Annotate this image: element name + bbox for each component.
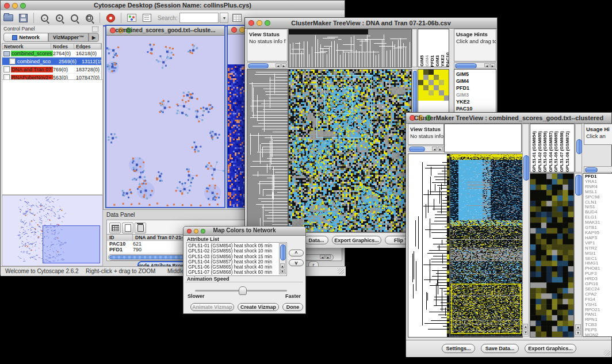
treeview1-title-bar[interactable]: ClusterMaker TreeView : DNA and Tran 07-… <box>245 18 497 29</box>
zoom-heatmap[interactable] <box>530 173 574 338</box>
main-title-bar[interactable]: Cytoscape Desktop (Session Name: collins… <box>1 1 345 11</box>
scroll-up-arrow[interactable]: ▲ <box>575 324 581 329</box>
scrollbar-thumb[interactable] <box>248 63 269 68</box>
column-dendrogram[interactable] <box>288 29 412 68</box>
window-resize-grip[interactable] <box>338 268 344 274</box>
tab-network[interactable]: Network <box>3 33 48 42</box>
scroll-left-arrow[interactable]: ◄ <box>276 63 281 67</box>
zoom-vscrollbar[interactable]: ▲ ▼ <box>574 173 582 337</box>
scroll-up-arrow[interactable]: ▲ <box>523 324 528 329</box>
animate-vizmap-button[interactable]: Animate Vizmap <box>190 303 234 311</box>
zoom-selected-button[interactable] <box>68 13 80 23</box>
usage-hints-hscrollbar[interactable]: ◄ ► <box>454 62 496 68</box>
column-nodes[interactable]: Nodes <box>51 44 74 49</box>
table-row-selected[interactable]: combined_sco 2569(6) 13112(15) <box>2 58 101 66</box>
open-session-button[interactable] <box>2 13 14 23</box>
attribute-item[interactable]: GPL51-07 (GSM868) heat shock 60 min <box>188 270 278 275</box>
zoom-out-button[interactable]: - <box>39 13 50 23</box>
tab-overflow-button[interactable]: ▶ <box>89 33 99 42</box>
attribute-item[interactable]: GPL51-03 (GSM856) heat shock 15 min <box>188 254 278 259</box>
export-graphics-button[interactable]: Export Graphics... <box>332 236 381 244</box>
scroll-down-arrow[interactable]: ▼ <box>523 329 528 335</box>
move-down-button[interactable]: v <box>289 259 304 266</box>
scrollbar-thumb[interactable] <box>409 147 425 152</box>
attribute-item[interactable]: GPL51-06 (GSM865) heat shock 40 min <box>188 265 278 270</box>
column-dendrogram-empty[interactable] <box>444 124 522 152</box>
scroll-left-arrow[interactable]: ◄ <box>484 63 489 67</box>
scroll-down-arrow[interactable]: ▼ <box>280 269 285 273</box>
row-dendrogram[interactable] <box>247 69 288 232</box>
scrollbar-thumb[interactable] <box>280 244 286 260</box>
scroll-right-arrow[interactable]: ► <box>281 63 286 67</box>
close-button[interactable] <box>231 27 237 33</box>
treeview2-title-bar[interactable]: ClusterMaker TreeView : combined_scores_… <box>406 113 611 124</box>
row-dendrogram[interactable] <box>408 154 450 338</box>
search-dropdown-button[interactable]: ▼ <box>220 13 228 23</box>
control-panel: Control Panel Network VizMapper™ ▶ Netwo… <box>1 25 104 266</box>
search-input[interactable] <box>179 13 219 23</box>
column-edges[interactable]: Edges <box>74 44 101 49</box>
dialog-title-bar[interactable]: Map Colors to Network <box>183 227 305 236</box>
heatmap[interactable] <box>288 69 412 232</box>
zoom-fit-button[interactable] <box>83 13 95 23</box>
slider-thumb[interactable] <box>239 286 247 295</box>
done-button[interactable]: Done <box>282 303 303 311</box>
column-label: GIM5 <box>419 55 424 67</box>
scroll-up-arrow[interactable]: ▲ <box>280 263 285 268</box>
column-label: GPL51-08 (GSM872) <box>565 131 571 172</box>
delete-attribute-button[interactable] <box>135 223 146 233</box>
settings-button[interactable]: Settings... <box>442 344 475 353</box>
scroll-right-arrow[interactable]: ► <box>438 147 443 151</box>
dendrogram-vscrollbar[interactable] <box>412 29 417 67</box>
float-panel-icon[interactable] <box>92 26 98 32</box>
scrollbar-thumb[interactable] <box>575 175 582 196</box>
scroll-right-arrow[interactable]: ► <box>490 63 495 67</box>
birdseye-canvas[interactable] <box>2 196 101 265</box>
view-status-hscrollbar[interactable]: ◄ ► <box>408 145 444 152</box>
toolbar-separator <box>100 13 100 23</box>
attribute-item[interactable]: GPL51-01 (GSM854) heat shock 05 min <box>188 243 278 248</box>
save-data-button[interactable]: Data... <box>304 236 328 244</box>
move-up-button[interactable]: ^ <box>289 250 304 256</box>
zoom-in-button[interactable]: + <box>53 13 65 23</box>
attribute-item[interactable]: GPL51-04 (GSM857) heat shock 20 min <box>188 259 278 265</box>
scrollbar-thumb[interactable] <box>576 139 582 154</box>
scrollbar-thumb[interactable] <box>455 63 477 68</box>
table-row[interactable]: combined_scores 2764(0) 16218(0) <box>2 49 101 58</box>
attribute-item[interactable]: GPL51-02 (GSM855) heat shock 10 min <box>188 248 278 254</box>
tab-vizmapper[interactable]: VizMapper™ <box>48 33 89 42</box>
help-button[interactable] <box>105 13 116 23</box>
heatmap[interactable] <box>450 154 523 338</box>
column-network[interactable]: Network <box>2 44 51 49</box>
matrix-cell <box>439 90 444 95</box>
scroll-down-arrow[interactable]: ▼ <box>575 330 581 335</box>
scroll-right-arrow[interactable]: ► <box>326 255 331 259</box>
scroll-left-arrow[interactable]: ◄ <box>432 147 437 151</box>
save-data-button[interactable]: Save Data... <box>481 344 519 353</box>
view-status-hscrollbar[interactable]: ◄ ► <box>247 62 288 68</box>
attribute-list[interactable]: GPL51-01 (GSM854) heat shock 05 minGPL51… <box>186 242 287 276</box>
scroll-left-arrow[interactable]: ◄ <box>320 255 325 259</box>
annotation-button[interactable] <box>141 13 152 23</box>
save-session-button[interactable] <box>17 13 29 23</box>
list-vscrollbar[interactable]: ▲ ▼ <box>279 243 286 274</box>
new-attribute-button[interactable] <box>122 223 133 233</box>
export-graphics-button[interactable]: Export Graphics... <box>525 344 576 353</box>
zoom-out-icon: - <box>41 14 48 22</box>
correlation-matrix[interactable] <box>418 70 449 101</box>
birdseye-view[interactable] <box>2 195 103 266</box>
usage-hints-hscrollbar[interactable] <box>584 166 612 173</box>
window-resize-grip[interactable] <box>604 350 610 356</box>
scrollbar-thumb[interactable] <box>585 167 598 173</box>
attribute-editor-button[interactable] <box>231 13 243 23</box>
network-overview-button[interactable] <box>126 13 137 23</box>
column-id[interactable]: ID <box>107 235 133 241</box>
labels-vscrollbar[interactable] <box>575 124 582 173</box>
select-attributes-button[interactable] <box>109 223 121 233</box>
network-canvas[interactable] <box>106 35 224 207</box>
heatmap-vscrollbar[interactable]: ▲ ▼ <box>522 124 529 336</box>
table-row[interactable]: DNA and Tran 07 769(0) 183728(0) <box>2 66 101 74</box>
scrollbar-thumb[interactable] <box>523 155 529 181</box>
network-window-title-bar[interactable]: combined_scores_good.txt--cluste... <box>106 26 224 36</box>
create-vizmap-button[interactable]: Create Vizmap <box>238 303 279 311</box>
